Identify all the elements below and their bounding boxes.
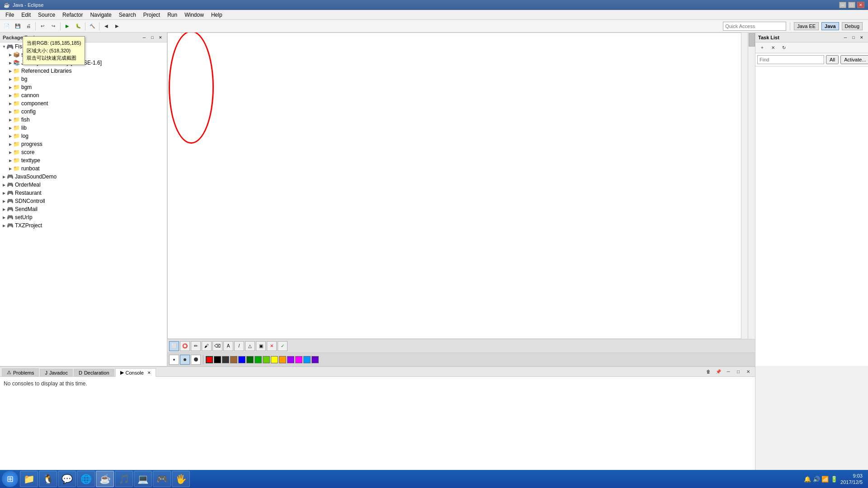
toggle-lib[interactable]: ▶: [8, 126, 13, 130]
toggle-progress[interactable]: ▶: [8, 142, 13, 146]
shapes-tool[interactable]: △: [245, 341, 255, 351]
tab-declaration[interactable]: D Declaration: [74, 369, 114, 376]
redo-button[interactable]: ↪: [48, 21, 58, 31]
print-button[interactable]: 🖨: [24, 21, 33, 31]
task-panel-maximize[interactable]: □: [850, 34, 857, 41]
toggle-score[interactable]: ▶: [8, 150, 13, 155]
new-button[interactable]: 📄: [2, 21, 12, 31]
tree-item-javasounddemo[interactable]: ▶ 🎮 JavaSoundDemo: [0, 173, 167, 181]
tree-item-cannon[interactable]: ▶ 📁 cannon: [0, 91, 167, 99]
delete-tool[interactable]: ✕: [267, 341, 277, 351]
color-magenta[interactable]: [295, 356, 302, 363]
tree-item-bgm[interactable]: ▶ 📁 bgm: [0, 83, 167, 91]
color-brown[interactable]: [230, 356, 237, 363]
menu-search[interactable]: Search: [115, 11, 140, 19]
tab-javadoc[interactable]: J Javadoc: [40, 369, 72, 376]
toggle-config[interactable]: ▶: [8, 109, 13, 114]
tree-item-ordermeal[interactable]: ▶ 🎮 OrderMeal: [0, 181, 167, 189]
tree-item-sdncontroll[interactable]: ▶ 🎮 SDNControll: [0, 197, 167, 205]
editor-canvas[interactable]: [167, 33, 741, 339]
tree-item-lib[interactable]: ▶ 📁 lib: [0, 124, 167, 132]
task-delete-btn[interactable]: ✕: [768, 43, 778, 53]
tree-item-bg[interactable]: ▶ 📁 bg: [0, 75, 167, 83]
scrollbar-thumb-v[interactable]: [749, 33, 755, 47]
toggle-texttype[interactable]: ▶: [8, 158, 13, 163]
taskbar-app-terminal[interactable]: 💻: [134, 471, 152, 487]
color-lightgreen[interactable]: [263, 356, 270, 363]
toggle-jre[interactable]: ▶: [8, 61, 13, 65]
toggle-bg[interactable]: ▶: [8, 77, 13, 81]
toggle-cannon[interactable]: ▶: [8, 93, 13, 98]
color-green[interactable]: [255, 356, 262, 363]
close-button[interactable]: ✕: [857, 2, 864, 8]
tree-item-txzproject[interactable]: ▶ 🎮 TXZProject: [0, 221, 167, 230]
panel-minimize-btn[interactable]: ─: [141, 34, 148, 41]
forward-button[interactable]: ▶: [112, 21, 122, 31]
task-new-btn[interactable]: +: [757, 43, 767, 53]
toggle-fish[interactable]: ▶: [8, 117, 13, 122]
toggle-runboat[interactable]: ▶: [8, 166, 13, 171]
dot-size-medium[interactable]: [180, 355, 190, 365]
rect-select-tool[interactable]: ⬜: [169, 341, 179, 351]
toggle-log[interactable]: ▶: [8, 134, 13, 138]
toggle-seturlp[interactable]: ▶: [2, 215, 6, 220]
toggle-txzproject[interactable]: ▶: [2, 223, 6, 228]
save-button[interactable]: 💾: [13, 21, 23, 31]
perspective-java[interactable]: Java: [821, 22, 839, 30]
menu-file[interactable]: File: [2, 11, 18, 19]
taskbar-app-chat[interactable]: 💬: [58, 471, 76, 487]
tree-item-progress[interactable]: ▶ 📁 progress: [0, 140, 167, 148]
color-teal[interactable]: [311, 356, 319, 363]
color-cyan[interactable]: [303, 356, 311, 363]
tree-item-sendmail[interactable]: ▶ 🎮 SendMail: [0, 205, 167, 213]
console-close-btn[interactable]: ✕: [743, 366, 753, 376]
tree-item-config[interactable]: ▶ 📁 config: [0, 108, 167, 116]
color-black[interactable]: [214, 356, 221, 363]
taskbar-app-browser[interactable]: 🌐: [77, 471, 95, 487]
debug-button[interactable]: 🐛: [73, 21, 83, 31]
console-minimize-btn[interactable]: ─: [723, 366, 733, 376]
eraser-tool[interactable]: ⌫: [212, 341, 222, 351]
task-panel-minimize[interactable]: ─: [842, 34, 849, 41]
perspective-java-ee[interactable]: Java EE: [794, 22, 819, 30]
task-refresh-btn[interactable]: ↻: [779, 43, 789, 53]
menu-project[interactable]: Project: [140, 11, 164, 19]
toggle-restaurant[interactable]: ▶: [2, 191, 6, 195]
color-blue[interactable]: [238, 356, 245, 363]
toggle-component[interactable]: ▶: [8, 101, 13, 106]
console-clear-btn[interactable]: 🗑: [703, 366, 713, 376]
ellipse-select-tool[interactable]: ⭕: [180, 341, 190, 351]
confirm-tool[interactable]: ✓: [278, 341, 288, 351]
console-close-icon[interactable]: ✕: [147, 371, 151, 375]
menu-source[interactable]: Source: [34, 11, 59, 19]
taskbar-eclipse[interactable]: ☕: [96, 471, 114, 487]
toggle-sendmail[interactable]: ▶: [2, 207, 6, 211]
task-find-input[interactable]: [757, 55, 824, 64]
tree-item-score[interactable]: ▶ 📁 score: [0, 148, 167, 156]
tree-item-component[interactable]: ▶ 📁 component: [0, 99, 167, 108]
tree-item-reflibs[interactable]: ▶ 📁 Referenced Libraries: [0, 67, 167, 75]
debug-perspective[interactable]: Debug: [842, 22, 863, 30]
color-darkgray[interactable]: [222, 356, 229, 363]
toggle-ordermeal[interactable]: ▶: [2, 183, 6, 187]
tree-item-fish[interactable]: ▶ 📁 fish: [0, 116, 167, 124]
dot-size-large[interactable]: [191, 355, 201, 365]
toggle-sdncontroll[interactable]: ▶: [2, 199, 6, 203]
taskbar-app-linux[interactable]: 🐧: [39, 471, 57, 487]
brush-tool[interactable]: 🖌: [202, 341, 212, 351]
undo-button[interactable]: ↩: [38, 21, 47, 31]
tree-item-texttype[interactable]: ▶ 📁 texttype: [0, 156, 167, 164]
task-activate-button[interactable]: Activate...: [840, 55, 868, 64]
toggle-reflibs[interactable]: ▶: [8, 69, 13, 73]
toggle-src[interactable]: ▶: [8, 52, 13, 57]
menu-refactor[interactable]: Refactor: [59, 11, 86, 19]
menu-navigate[interactable]: Navigate: [86, 11, 115, 19]
pencil-tool[interactable]: ✏: [191, 341, 201, 351]
tab-console[interactable]: ▶ Console ✕: [115, 368, 156, 377]
taskbar-app-extra2[interactable]: 🖐: [172, 471, 190, 487]
taskbar-app-extra1[interactable]: 🎮: [153, 471, 171, 487]
line-tool[interactable]: /: [234, 341, 244, 351]
color-yellow[interactable]: [271, 356, 278, 363]
color-orange[interactable]: [279, 356, 286, 363]
back-button[interactable]: ◀: [101, 21, 111, 31]
